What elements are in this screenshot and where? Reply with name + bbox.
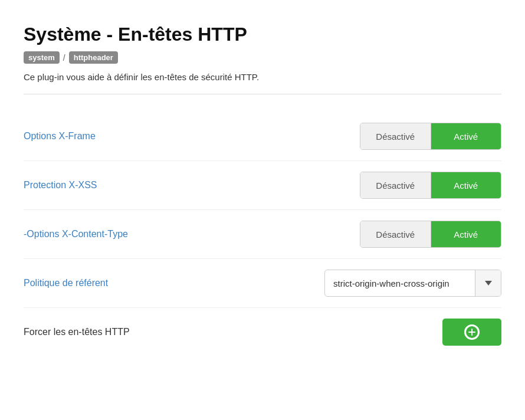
dropdown-referrer-value: strict-origin-when-cross-origin: [325, 278, 475, 288]
setting-row-x-content-type: -Options X-Content-Type Désactivé Activé: [24, 210, 501, 259]
setting-label-x-content-type[interactable]: -Options X-Content-Type: [24, 229, 177, 239]
breadcrumb-httpheader[interactable]: httpheader: [69, 51, 118, 64]
toggle-x-frame-active[interactable]: Activé: [431, 123, 501, 149]
breadcrumb: system / httpheader: [24, 51, 501, 64]
setting-control-force-headers: [442, 319, 501, 346]
setting-label-x-xss[interactable]: Protection X-XSS: [24, 180, 177, 191]
toggle-x-xss[interactable]: Désactivé Activé: [360, 172, 501, 199]
plus-icon: [464, 324, 480, 340]
toggle-x-frame[interactable]: Désactivé Activé: [360, 123, 501, 150]
setting-row-force-headers: Forcer les en-têtes HTTP: [24, 308, 501, 356]
setting-row-x-xss: Protection X-XSS Désactivé Activé: [24, 161, 501, 210]
toggle-x-content-type-active[interactable]: Activé: [431, 221, 501, 247]
add-headers-button[interactable]: [442, 319, 501, 346]
toggle-x-frame-inactive[interactable]: Désactivé: [360, 123, 431, 149]
setting-label-x-frame[interactable]: Options X-Frame: [24, 131, 177, 142]
toggle-x-content-type-inactive[interactable]: Désactivé: [360, 221, 431, 247]
setting-control-x-frame: Désactivé Activé: [360, 123, 501, 150]
setting-label-referrer-policy[interactable]: Politique de référent: [24, 278, 177, 288]
dropdown-arrow-icon[interactable]: [475, 270, 501, 297]
section-divider: [24, 94, 501, 94]
setting-label-force-headers: Forcer les en-têtes HTTP: [24, 327, 130, 337]
dropdown-referrer-policy[interactable]: strict-origin-when-cross-origin: [324, 270, 501, 297]
breadcrumb-system[interactable]: system: [24, 51, 60, 64]
setting-row-referrer-policy: Politique de référent strict-origin-when…: [24, 259, 501, 308]
toggle-x-xss-active[interactable]: Activé: [431, 172, 501, 198]
toggle-x-content-type[interactable]: Désactivé Activé: [360, 221, 501, 248]
page-description: Ce plug-in vous aide à définir les en-tê…: [24, 72, 501, 82]
setting-row-x-frame: Options X-Frame Désactivé Activé: [24, 112, 501, 161]
breadcrumb-separator: /: [63, 53, 65, 63]
toggle-x-xss-inactive[interactable]: Désactivé: [360, 172, 431, 198]
settings-list: Options X-Frame Désactivé Activé Protect…: [24, 112, 501, 356]
setting-control-x-content-type: Désactivé Activé: [360, 221, 501, 248]
chevron-down-icon: [485, 281, 492, 286]
setting-control-x-xss: Désactivé Activé: [360, 172, 501, 199]
page-title: Système - En-têtes HTTP: [24, 24, 501, 45]
setting-control-referrer-policy: strict-origin-when-cross-origin: [324, 270, 501, 297]
